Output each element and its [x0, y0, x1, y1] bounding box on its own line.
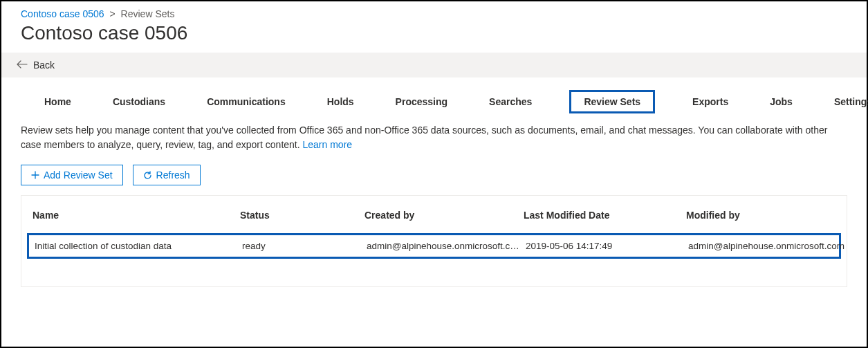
- col-created-by[interactable]: Created by: [362, 208, 521, 222]
- description-block: Review sets help you manage content that…: [1, 120, 867, 159]
- review-sets-table: Name Status Created by Last Modified Dat…: [21, 195, 847, 287]
- refresh-label: Refresh: [156, 170, 190, 181]
- cell-modified-by: admin@alpinehouse.onmicrosoft.com: [685, 239, 851, 253]
- tab-holds[interactable]: Holds: [323, 93, 358, 110]
- description-text: Review sets help you manage content that…: [21, 125, 827, 150]
- tab-communications[interactable]: Communications: [203, 93, 290, 110]
- col-name[interactable]: Name: [30, 208, 237, 222]
- action-bar: Add Review Set Refresh: [1, 159, 867, 195]
- table-header-row: Name Status Created by Last Modified Dat…: [27, 204, 841, 233]
- refresh-icon: [143, 171, 152, 180]
- back-label: Back: [33, 59, 55, 71]
- tab-searches[interactable]: Searches: [485, 93, 536, 110]
- cell-last-modified: 2019-05-06 14:17:49: [523, 239, 685, 253]
- breadcrumb-current: Review Sets: [121, 8, 175, 19]
- col-last-modified[interactable]: Last Modified Date: [521, 208, 683, 222]
- tab-jobs[interactable]: Jobs: [766, 93, 797, 110]
- tab-review-sets[interactable]: Review Sets: [569, 90, 655, 113]
- cell-name: Initial collection of custodian data: [32, 239, 239, 253]
- tab-exports[interactable]: Exports: [688, 93, 732, 110]
- tab-custodians[interactable]: Custodians: [109, 93, 169, 110]
- tab-processing[interactable]: Processing: [391, 93, 452, 110]
- plus-icon: [31, 171, 39, 179]
- tab-home[interactable]: Home: [40, 93, 75, 110]
- breadcrumb-separator: >: [110, 8, 116, 19]
- learn-more-link[interactable]: Learn more: [303, 139, 353, 150]
- cell-status: ready: [239, 239, 364, 253]
- col-status[interactable]: Status: [237, 208, 362, 222]
- add-review-set-button[interactable]: Add Review Set: [21, 165, 123, 185]
- col-modified-by[interactable]: Modified by: [683, 208, 849, 222]
- table-row[interactable]: Initial collection of custodian data rea…: [27, 233, 841, 259]
- back-bar[interactable]: Back: [1, 53, 867, 77]
- page-title: Contoso case 0506: [1, 22, 867, 53]
- tab-bar: Home Custodians Communications Holds Pro…: [1, 77, 867, 120]
- refresh-button[interactable]: Refresh: [133, 165, 201, 185]
- breadcrumb-parent-link[interactable]: Contoso case 0506: [21, 8, 104, 19]
- add-review-set-label: Add Review Set: [44, 170, 113, 181]
- tab-settings[interactable]: Settings: [830, 93, 868, 110]
- back-arrow-icon: [17, 59, 28, 71]
- cell-created-by: admin@alpinehouse.onmicrosoft.com: [364, 239, 523, 253]
- breadcrumb: Contoso case 0506 > Review Sets: [1, 1, 867, 22]
